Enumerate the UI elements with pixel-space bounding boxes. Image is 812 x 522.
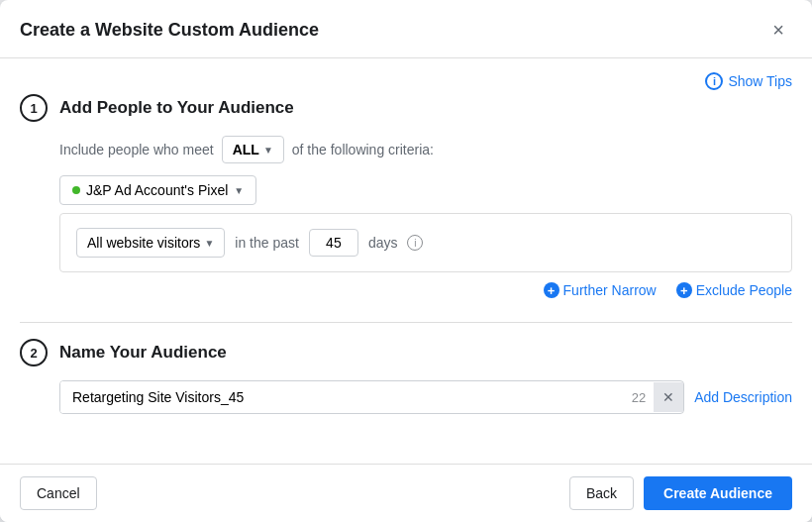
narrow-exclude-row: + Further Narrow + Exclude People bbox=[59, 282, 792, 298]
days-input[interactable] bbox=[309, 229, 358, 257]
pixel-section: J&P Ad Account's Pixel ▼ bbox=[20, 175, 792, 205]
dropdown-arrow-icon: ▼ bbox=[263, 145, 273, 156]
create-audience-button[interactable]: Create Audience bbox=[644, 476, 792, 510]
exclude-plus-icon: + bbox=[676, 282, 692, 298]
pixel-status-dot bbox=[72, 186, 80, 194]
audience-name-input[interactable] bbox=[60, 381, 624, 413]
section-add-people: 1 Add People to Your Audience Include pe… bbox=[20, 94, 792, 298]
section1-header: 1 Add People to Your Audience bbox=[20, 94, 792, 122]
audience-type-arrow-icon: ▼ bbox=[204, 238, 214, 249]
char-count-display: 22 bbox=[624, 390, 654, 405]
exclude-people-button[interactable]: + Exclude People bbox=[676, 282, 792, 298]
footer-right-buttons: Back Create Audience bbox=[569, 476, 792, 510]
audience-config-box: All website visitors ▼ in the past days … bbox=[59, 213, 792, 272]
include-criteria-row: Include people who meet ALL ▼ of the fol… bbox=[20, 136, 792, 163]
in-the-past-label: in the past bbox=[235, 235, 299, 251]
pixel-name-label: J&P Ad Account's Pixel bbox=[86, 182, 228, 198]
further-narrow-button[interactable]: + Further Narrow bbox=[544, 282, 657, 298]
cancel-label: Cancel bbox=[37, 485, 80, 501]
days-label: days bbox=[368, 235, 398, 251]
step1-circle: 1 bbox=[20, 94, 48, 122]
further-narrow-label: Further Narrow bbox=[563, 282, 657, 298]
section-name-audience: 2 Name Your Audience 22 ✕ Add Descriptio… bbox=[20, 339, 792, 414]
audience-type-label: All website visitors bbox=[87, 235, 200, 251]
pixel-dropdown-arrow-icon: ▼ bbox=[234, 185, 244, 196]
back-label: Back bbox=[586, 485, 617, 501]
close-icon: × bbox=[772, 19, 784, 42]
further-narrow-plus-icon: + bbox=[544, 282, 559, 298]
info-circle-icon: i bbox=[705, 72, 723, 90]
section-divider bbox=[20, 322, 792, 323]
include-label: Include people who meet bbox=[59, 142, 214, 157]
clear-name-button[interactable]: ✕ bbox=[654, 382, 683, 412]
modal: Create a Website Custom Audience × i Sho… bbox=[0, 0, 812, 522]
name-input-row: 22 ✕ Add Description bbox=[20, 380, 792, 414]
pixel-button[interactable]: J&P Ad Account's Pixel ▼ bbox=[59, 175, 256, 205]
clear-icon: ✕ bbox=[662, 389, 674, 405]
section1-title: Add People to Your Audience bbox=[59, 98, 294, 118]
add-description-button[interactable]: Add Description bbox=[694, 389, 792, 405]
audience-type-dropdown[interactable]: All website visitors ▼ bbox=[76, 228, 225, 258]
all-dropdown[interactable]: ALL ▼ bbox=[222, 136, 284, 163]
show-tips-button[interactable]: i Show Tips bbox=[705, 72, 792, 90]
all-option-label: ALL bbox=[233, 142, 259, 157]
modal-header: Create a Website Custom Audience × bbox=[0, 0, 812, 58]
audience-row: All website visitors ▼ in the past days … bbox=[76, 228, 775, 258]
close-button[interactable]: × bbox=[764, 16, 792, 44]
create-label: Create Audience bbox=[663, 485, 772, 501]
cancel-button[interactable]: Cancel bbox=[20, 476, 97, 510]
modal-title: Create a Website Custom Audience bbox=[20, 20, 319, 41]
back-button[interactable]: Back bbox=[569, 476, 634, 510]
add-description-label: Add Description bbox=[694, 389, 792, 405]
exclude-people-label: Exclude People bbox=[696, 282, 792, 298]
modal-footer: Cancel Back Create Audience bbox=[0, 464, 812, 522]
name-input-wrapper: 22 ✕ bbox=[59, 380, 684, 414]
section2-header: 2 Name Your Audience bbox=[20, 339, 792, 366]
days-info-icon[interactable]: i bbox=[407, 235, 423, 251]
step2-circle: 2 bbox=[20, 339, 48, 366]
show-tips-area: i Show Tips bbox=[20, 58, 792, 94]
section2-title: Name Your Audience bbox=[59, 343, 227, 363]
modal-body: i Show Tips 1 Add People to Your Audienc… bbox=[0, 58, 812, 464]
following-label: of the following criteria: bbox=[292, 142, 434, 157]
show-tips-label: Show Tips bbox=[728, 73, 792, 89]
